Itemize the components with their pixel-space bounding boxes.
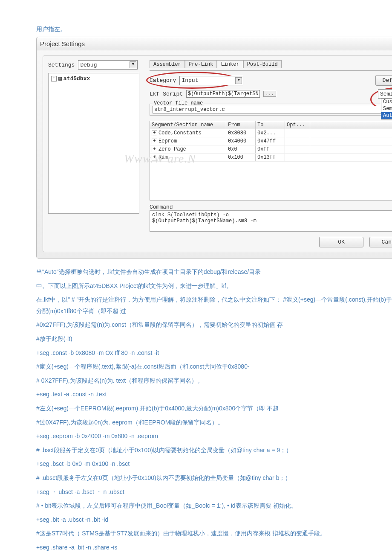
category-combo[interactable]: Input ▼	[179, 76, 243, 85]
col-from[interactable]: From	[226, 121, 256, 129]
command-label: Command	[150, 204, 392, 210]
mode-option-auto[interactable]: Auto	[381, 112, 392, 119]
mode-combo[interactable]: Semi Auto ▼ Custom Semi Auto Auto	[378, 89, 392, 99]
expand-icon[interactable]: +	[152, 155, 157, 160]
table-row[interactable]: +Zero Page0x00xff	[150, 145, 392, 154]
defaults-button[interactable]: Defaults	[375, 75, 392, 86]
mode-dropdown-list[interactable]: Custom Semi Auto Auto	[381, 98, 392, 119]
command-textarea[interactable]: clnk $(ToolsetLibOpts) -o $(OutputPath)$…	[150, 210, 392, 232]
expand-icon[interactable]: +	[51, 76, 57, 81]
title-bar: Project Settings ✕	[37, 37, 392, 50]
tab-postbuild[interactable]: Post-Build	[243, 60, 282, 68]
chevron-down-icon: ▼	[235, 77, 242, 84]
project-settings-dialog: Project Settings ✕ Www.W are.N Settings …	[36, 37, 392, 259]
tab-bar: Assembler Pre-Link Linker Post-Build ◀ ▶	[150, 60, 392, 68]
mode-option-semiauto[interactable]: Semi Auto	[381, 105, 392, 112]
vector-fieldset: Vector file name stm8_interrupt_vector.c…	[150, 104, 392, 116]
col-to[interactable]: To	[256, 121, 285, 129]
intro-text: 用户指左。	[36, 26, 392, 33]
table-row[interactable]: +Eeprom0x40000x47ff	[150, 137, 392, 145]
vector-file-input[interactable]: stm8_interrupt_vector.c	[153, 106, 392, 113]
expand-icon[interactable]: +	[152, 131, 157, 136]
expand-icon[interactable]: +	[152, 147, 157, 152]
tab-prelink[interactable]: Pre-Link	[185, 60, 217, 68]
lkf-script-label: Lkf Script	[150, 91, 183, 97]
chevron-down-icon: ▼	[130, 61, 136, 68]
table-row[interactable]: +Ram0x1000x13ff	[150, 154, 392, 162]
dialog-title: Project Settings	[40, 40, 392, 47]
category-label: Category	[150, 77, 176, 84]
mode-option-custom[interactable]: Custom	[381, 99, 392, 105]
tree-root-node[interactable]: + ▦ at45dbxx	[51, 75, 136, 82]
ok-button[interactable]: OK	[319, 237, 363, 247]
settings-combo[interactable]: Debug ▼	[78, 60, 138, 70]
tab-linker[interactable]: Linker	[217, 60, 243, 68]
browse-button[interactable]: ...	[263, 91, 276, 97]
project-tree[interactable]: + ▦ at45dbxx	[48, 73, 139, 214]
document-text: 当"Auto"选择框被勾选时，.lkf文件会自动生成在项目主目录下的debug/…	[36, 266, 392, 555]
col-opt[interactable]: Opt...	[285, 121, 310, 129]
expand-icon[interactable]: +	[152, 139, 157, 144]
col-segment[interactable]: Segment/Section name	[150, 121, 226, 129]
settings-label: Settings	[48, 62, 75, 68]
vector-legend: Vector file name	[153, 100, 204, 106]
cancel-button[interactable]: Cancel	[369, 237, 392, 247]
segment-table[interactable]: Segment/Section name From To Opt... +Cod…	[150, 121, 392, 200]
tab-assembler[interactable]: Assembler	[150, 60, 185, 68]
folder-icon: ▦	[58, 75, 62, 82]
lkf-script-input[interactable]: $(OutputPath)$(TargetSN	[186, 90, 260, 98]
table-row[interactable]: +Code,Constants0x80800x2...	[150, 129, 392, 137]
